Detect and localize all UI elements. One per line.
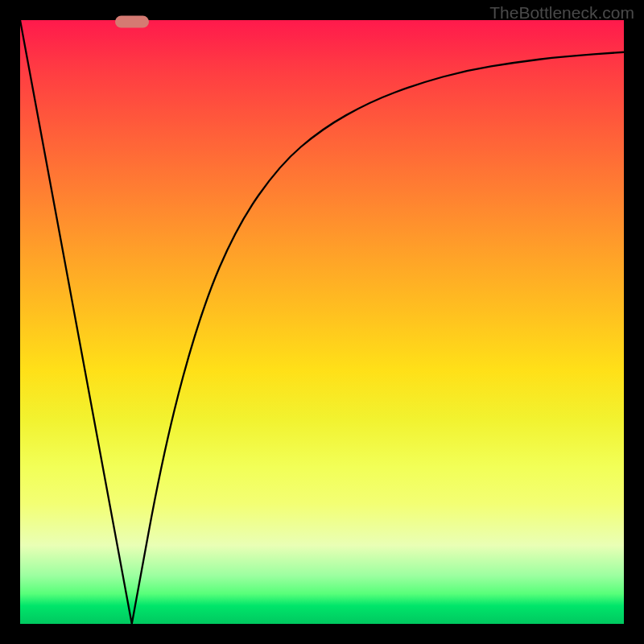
- watermark-label: TheBottleneck.com: [489, 3, 634, 23]
- optimal-marker: [115, 15, 149, 27]
- background-gradient: [20, 20, 624, 624]
- chart-frame: TheBottleneck.com: [0, 0, 644, 644]
- plot-area: [20, 20, 624, 624]
